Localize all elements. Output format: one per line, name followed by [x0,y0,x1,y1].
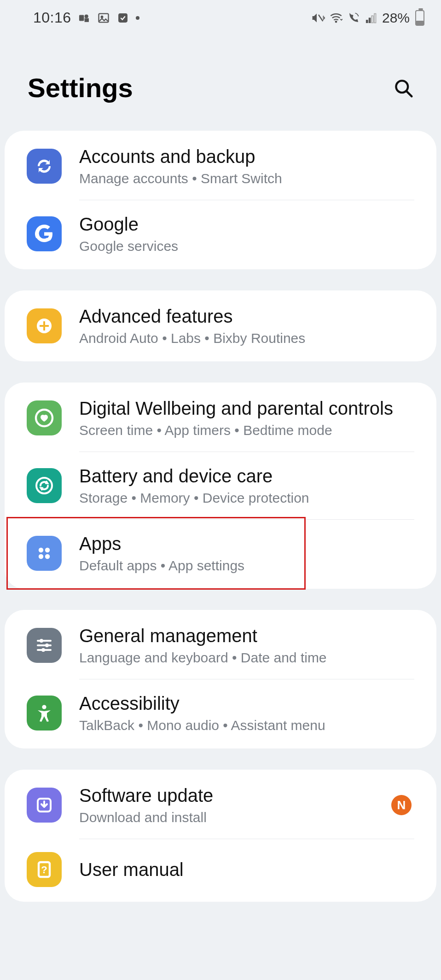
teams-icon [78,12,91,24]
row-subtitle: Default apps • App settings [79,557,414,574]
check-shield-icon [116,12,129,24]
row-texts: AppsDefault apps • App settings [79,533,414,574]
row-subtitle: Language and keyboard • Date and time [79,649,414,666]
settings-group: Software updateDownload and installNUser… [5,770,436,902]
settings-group: Accounts and backupManage accounts • Sma… [5,131,436,269]
row-subtitle: Android Auto • Labs • Bixby Routines [79,330,414,347]
vibrate-mute-icon [312,12,325,24]
accessibility-icon [27,696,62,731]
row-subtitle: Google services [79,238,414,255]
settings-row-software-update[interactable]: Software updateDownload and installN [5,771,436,839]
svg-rect-4 [118,13,127,22]
search-icon [393,78,413,98]
header: Settings [0,31,441,131]
page-title: Settings [28,72,133,103]
row-texts: AccessibilityTalkBack • Mono audio • Ass… [79,692,414,734]
battery-percent: 28% [382,10,410,26]
more-notifications-dot [136,16,139,20]
svg-rect-9 [371,16,373,23]
row-texts: GoogleGoogle services [79,213,414,255]
status-bar: 10:16 28% [0,0,441,31]
battery-icon [414,12,425,24]
row-subtitle: Screen time • App timers • Bedtime mode [79,422,414,439]
row-title: Advanced features [79,305,414,327]
settings-row-general-management[interactable]: General managementLanguage and keyboard … [5,612,436,679]
row-title: Accessibility [79,692,414,714]
wifi-calling-icon [347,12,360,24]
row-texts: User manual [79,858,414,881]
update-badge: N [391,795,412,815]
settings-row-google[interactable]: GoogleGoogle services [5,200,436,267]
row-texts: Software updateDownload and install [79,784,391,826]
apps-icon [27,536,62,571]
svg-point-1 [85,15,88,18]
manual-icon [27,852,62,887]
google-icon [27,216,62,251]
svg-rect-10 [374,13,376,23]
signal-icon [365,12,377,24]
settings-row-battery-device-care[interactable]: Battery and device careStorage • Memory … [5,452,436,519]
settings-group: Digital Wellbeing and parental controlsS… [5,383,436,589]
wellbeing-icon [27,400,62,435]
search-button[interactable] [390,75,416,101]
svg-point-6 [335,21,337,23]
settings-row-accessibility[interactable]: AccessibilityTalkBack • Mono audio • Ass… [5,679,436,747]
row-title: Battery and device care [79,465,414,487]
row-title: Digital Wellbeing and parental controls [79,397,414,419]
row-subtitle: TalkBack • Mono audio • Assistant menu [79,717,414,734]
row-subtitle: Manage accounts • Smart Switch [79,170,414,187]
row-title: Software update [79,784,391,806]
svg-rect-8 [369,18,371,23]
sync-icon [27,149,62,184]
plus-badge-icon [27,308,62,343]
status-time: 10:16 [33,9,71,26]
row-title: Google [79,213,414,235]
row-title: General management [79,625,414,647]
svg-point-3 [101,16,103,18]
settings-row-digital-wellbeing[interactable]: Digital Wellbeing and parental controlsS… [5,384,436,452]
row-texts: Digital Wellbeing and parental controlsS… [79,397,414,439]
svg-rect-7 [366,20,368,23]
sliders-icon [27,628,62,663]
row-subtitle: Download and install [79,809,391,826]
row-texts: General managementLanguage and keyboard … [79,625,414,666]
settings-row-accounts-backup[interactable]: Accounts and backupManage accounts • Sma… [5,133,436,200]
settings-row-user-manual[interactable]: User manual [5,839,436,900]
settings-row-apps[interactable]: AppsDefault apps • App settings [5,520,436,587]
row-title: Apps [79,533,414,555]
wifi-icon [330,12,342,24]
row-texts: Accounts and backupManage accounts • Sma… [79,145,414,187]
svg-rect-0 [79,15,83,21]
row-texts: Advanced featuresAndroid Auto • Labs • B… [79,305,414,347]
status-left: 10:16 [33,9,139,26]
image-icon [97,12,110,24]
row-title: Accounts and backup [79,145,414,168]
row-texts: Battery and device careStorage • Memory … [79,465,414,506]
settings-group: General managementLanguage and keyboard … [5,610,436,748]
svg-line-12 [406,91,412,96]
settings-group: Advanced featuresAndroid Auto • Labs • B… [5,290,436,361]
status-right: 28% [312,10,425,26]
row-title: User manual [79,858,414,881]
row-subtitle: Storage • Memory • Device protection [79,490,414,506]
device-care-icon [27,468,62,503]
svg-line-5 [319,15,323,21]
download-icon [27,788,62,823]
settings-row-advanced-features[interactable]: Advanced featuresAndroid Auto • Labs • B… [5,292,436,360]
